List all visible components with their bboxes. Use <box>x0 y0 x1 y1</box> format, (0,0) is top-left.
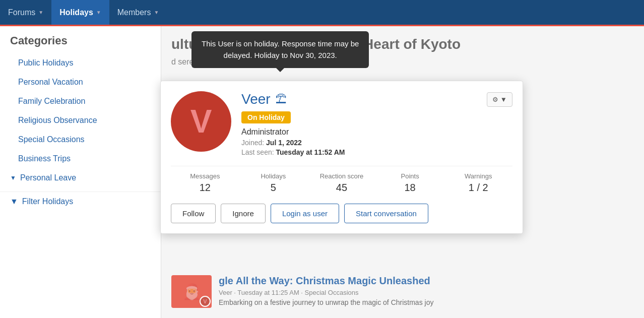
user-role: Administrator <box>241 128 512 137</box>
start-conversation-button[interactable]: Start conversation <box>344 204 428 223</box>
sidebar-section-personal-leave[interactable]: ▼ Personal Leave <box>0 168 161 187</box>
gear-icon: ⚙ <box>492 96 498 103</box>
login-as-user-button[interactable]: Login as user <box>271 204 339 223</box>
post-excerpt: Embarking on a festive journey to unwrap… <box>219 298 433 306</box>
user-info: Veer ⛱ ⚙ ▼ On Holiday Administrator Join… <box>241 91 512 158</box>
user-name-row: Veer ⛱ ⚙ ▼ <box>241 91 512 107</box>
post-avatar: V <box>200 296 211 307</box>
settings-button[interactable]: ⚙ ▼ <box>487 92 512 107</box>
nav-members[interactable]: Members ▼ <box>109 0 167 25</box>
post-thumbnail: 🎅 V <box>171 275 212 308</box>
person-icon: 🎅 <box>182 283 201 300</box>
sidebar-item-special-occasions[interactable]: Special Occasions <box>0 130 161 149</box>
sidebar-item-personal-vacation[interactable]: Personal Vacation <box>0 73 161 92</box>
stat-reaction-score: Reaction score 45 <box>307 172 376 194</box>
user-last-seen: Last seen: Tuesday at 11:52 AM <box>241 148 512 156</box>
sidebar-item-religious-observance[interactable]: Religious Observance <box>0 111 161 130</box>
nav-members-label: Members <box>117 8 151 17</box>
members-caret: ▼ <box>154 10 159 15</box>
sidebar-item-business-trips[interactable]: Business Trips <box>0 149 161 168</box>
on-holiday-badge: On Holiday <box>241 111 291 123</box>
holiday-tooltip-text: This User is on holiday. Response time m… <box>202 39 359 59</box>
action-buttons: Follow Ignore Login as user Start conver… <box>171 202 512 223</box>
stat-holidays: Holidays 5 <box>239 172 308 194</box>
filter-icon: ▼ <box>10 197 18 206</box>
nav-forums[interactable]: Forums ▼ <box>0 0 51 25</box>
forums-caret: ▼ <box>38 10 43 15</box>
stats-row: Messages 12 Holidays 5 Reaction score 45… <box>171 166 512 194</box>
user-card-popup: V Veer ⛱ ⚙ ▼ On Holiday Administrator Jo… <box>160 81 523 234</box>
filter-holidays[interactable]: ▼ Filter Holidays <box>0 192 161 211</box>
stat-warnings: Warnings 1 / 2 <box>444 172 512 194</box>
holiday-tooltip: This User is on holiday. Response time m… <box>191 31 369 68</box>
umbrella-icon: ⛱ <box>276 93 287 106</box>
stat-messages: Messages 12 <box>171 172 239 194</box>
nav-forums-label: Forums <box>8 8 35 17</box>
stat-points: Points 18 <box>376 172 444 194</box>
chevron-down-icon: ▼ <box>10 174 16 181</box>
sidebar: Categories Public Holidays Personal Vaca… <box>0 26 161 318</box>
user-card-header: V Veer ⛱ ⚙ ▼ On Holiday Administrator Jo… <box>171 91 512 158</box>
ignore-button[interactable]: Ignore <box>221 204 266 223</box>
follow-button[interactable]: Follow <box>171 204 216 223</box>
nav-holidays[interactable]: Holidays ▼ <box>51 0 109 25</box>
sidebar-item-public-holidays[interactable]: Public Holidays <box>0 53 161 73</box>
sidebar-title: Categories <box>0 34 161 53</box>
post-content: gle All the Way: Christmas Magic Unleash… <box>219 275 433 306</box>
settings-caret: ▼ <box>500 96 507 103</box>
nav-holidays-label: Holidays <box>59 8 93 17</box>
post-meta: Veer · Tuesday at 11:25 AM · Special Occ… <box>219 289 433 296</box>
navbar: Forums ▼ Holidays ▼ Members ▼ <box>0 0 644 26</box>
post-preview: 🎅 V gle All the Way: Christmas Magic Unl… <box>161 275 644 308</box>
user-joined: Joined: Jul 1, 2022 <box>241 139 512 147</box>
user-name: Veer ⛱ <box>241 91 287 107</box>
avatar: V <box>171 91 231 152</box>
holidays-caret: ▼ <box>96 10 101 15</box>
post-title[interactable]: gle All the Way: Christmas Magic Unleash… <box>219 275 433 287</box>
sidebar-item-family-celebration[interactable]: Family Celebration <box>0 92 161 111</box>
